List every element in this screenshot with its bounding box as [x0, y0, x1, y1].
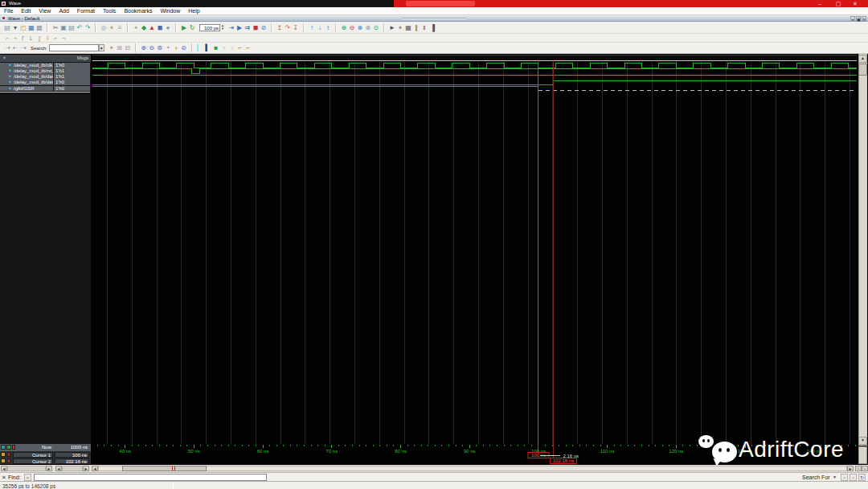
zoom-in-tool-icon[interactable]: ⊕	[140, 43, 148, 52]
lock-cursor-icon[interactable]: ■	[212, 43, 220, 52]
mdi-grip[interactable]	[402, 18, 466, 19]
new-dropdown-icon[interactable]: ▾	[11, 23, 19, 32]
step-icon[interactable]: ↥	[276, 23, 284, 32]
redo-icon[interactable]: ↷	[84, 23, 92, 32]
step-over-icon[interactable]: ↷	[284, 23, 292, 32]
cursor-lock-icon[interactable]	[1, 452, 6, 457]
cursor-row[interactable]: Cursor 2102.16 ns	[0, 458, 91, 464]
lock-all-icon[interactable]	[6, 445, 11, 450]
scroll-down-icon[interactable]: ▼	[858, 437, 867, 445]
reload-icon[interactable]: ◎	[100, 23, 108, 32]
print-icon[interactable]: ▩	[35, 23, 43, 32]
search-options-icon[interactable]: ⊞	[116, 43, 124, 52]
titlebar[interactable]: Wave – ▢ ✕	[0, 0, 868, 7]
delete-wave-icon[interactable]: ▲	[148, 23, 156, 32]
zoom-full-icon[interactable]: ⊕	[356, 23, 364, 32]
continue-run-icon[interactable]: ▶	[235, 23, 244, 32]
zoom-out-tool-icon[interactable]: ⊖	[148, 43, 156, 52]
leaf-view-icon[interactable]: ▐	[428, 23, 436, 32]
mdi-button-1[interactable]: ▣	[856, 16, 861, 21]
search-for-caret-icon[interactable]: ▼	[833, 475, 837, 479]
wave-scroll-left-icon[interactable]: ◄	[92, 466, 98, 471]
menu-edit[interactable]: Edit	[17, 7, 35, 14]
menu-file[interactable]: File	[0, 7, 17, 14]
mode-icon[interactable]: ●	[164, 23, 172, 32]
vertical-scrollbar[interactable]	[858, 54, 867, 446]
run-all-icon[interactable]: ⇉	[244, 23, 252, 32]
menu-bookmarks[interactable]: Bookmarks	[120, 7, 156, 14]
break-icon[interactable]: ◼	[252, 23, 260, 32]
cursor-marker-icon[interactable]	[7, 458, 10, 463]
toolbar-search-input[interactable]	[49, 44, 99, 51]
cut-icon[interactable]: ✂	[51, 23, 59, 32]
names-scrollbar[interactable]	[7, 466, 46, 471]
menu-window[interactable]: Window	[156, 7, 184, 14]
select-all-icon[interactable]	[1, 445, 6, 450]
wave-edit-paste-icon[interactable]: ¬	[11, 35, 19, 42]
edge-search-icon[interactable]: ↕	[324, 23, 332, 32]
cursor-time-value[interactable]: 100 ns	[55, 452, 89, 458]
minimize-button[interactable]: –	[815, 1, 825, 6]
waveform-area[interactable]	[92, 55, 857, 465]
close-button[interactable]: ✕	[850, 1, 860, 6]
values-scroll-right-icon[interactable]: ►	[83, 466, 89, 471]
signal-row[interactable]: ✦/delay_mod_tb/dat_i1'h1	[0, 74, 91, 80]
placeholder-b-icon[interactable]: ▫	[228, 43, 236, 52]
menu-format[interactable]: Format	[73, 7, 99, 14]
zoom-in-icon[interactable]: ⊕	[340, 23, 348, 32]
next-edge-icon[interactable]: ⌐	[244, 43, 252, 52]
maximize-button[interactable]: ▢	[833, 1, 843, 6]
simulate-icon[interactable]: ▶	[180, 23, 188, 32]
signal-row[interactable]: ✦/delay_mod_tb/clk1'h0	[0, 63, 91, 68]
wave-edit-insert-icon[interactable]: ⌐	[51, 35, 59, 42]
run-icon[interactable]: ⇥	[227, 23, 235, 32]
back-icon[interactable]: ⇠	[11, 43, 19, 52]
scroll-corner-b-icon[interactable]: ▫	[862, 466, 868, 471]
find-close-icon[interactable]: ✕	[2, 475, 6, 480]
menu-view[interactable]: View	[35, 7, 55, 14]
wave-edit-cut-icon[interactable]: ſ	[43, 35, 51, 42]
find-option-icon-0[interactable]: ▫	[841, 474, 848, 481]
search-regexp-icon[interactable]: ⊟	[124, 43, 132, 52]
cursor-row[interactable]: Cursor 1100 ns	[0, 451, 91, 458]
names-scroll-left-icon[interactable]: ◄	[1, 466, 7, 471]
scroll-up-icon[interactable]: ▲	[858, 55, 867, 63]
zoom-last-icon[interactable]: ◔	[164, 43, 172, 52]
zoom-mode-icon[interactable]: ⊗	[364, 23, 372, 32]
step-out-icon[interactable]: ↧	[292, 23, 300, 32]
zoom-range-icon[interactable]: ⊙	[372, 23, 380, 32]
wave-scrollbar-thumb[interactable]	[122, 466, 207, 471]
values-scrollbar[interactable]	[62, 466, 83, 471]
names-scroll-right-icon[interactable]: ►	[46, 466, 52, 471]
find-option-icon-2[interactable]: ↻	[858, 474, 866, 481]
wave-scroll-right-icon[interactable]: ►	[847, 466, 854, 471]
signal-row[interactable]: ✦/delay_mod_tb/dat_o1'h0	[0, 80, 91, 85]
vertical-scrollbar-thumb[interactable]	[858, 64, 867, 76]
menu-add[interactable]: Add	[55, 7, 72, 14]
find-input[interactable]	[34, 474, 267, 481]
paste-icon[interactable]: ▤	[68, 23, 76, 32]
search-binoculars-icon[interactable]: ⌖	[108, 43, 116, 52]
signal-row[interactable]: ✦/delay_mod_tb/rst_n1'h1	[0, 68, 91, 74]
select-mode-icon[interactable]: ►	[388, 23, 396, 32]
wave-edit-cursor-icon[interactable]: ⌐	[3, 35, 11, 42]
cursor-name[interactable]: Cursor 2	[13, 458, 53, 464]
new-file-icon[interactable]: ▤	[3, 23, 11, 32]
next-transition-icon[interactable]: ↓	[316, 23, 324, 32]
prev-transition-icon[interactable]: ↑	[308, 23, 316, 32]
zoom-fit-icon[interactable]: ⊚	[156, 43, 164, 52]
zoom-cursor-icon[interactable]: ⌖	[396, 23, 404, 32]
open-icon[interactable]: ◰	[19, 23, 27, 32]
signal-row[interactable]: ✦/glbl/GSR1'h0	[0, 86, 91, 92]
run-length-input[interactable]: 100 ps	[199, 24, 220, 31]
zoom-out-icon[interactable]: ⊖	[348, 23, 356, 32]
filter-icon[interactable]: ≡	[116, 23, 124, 32]
find-binoculars-icon[interactable]: ⌖	[24, 474, 31, 481]
delete-cursor-icon[interactable]: ▍	[204, 43, 212, 52]
grid-icon[interactable]: ▦	[404, 23, 412, 32]
insert-blank-icon[interactable]: ◼	[156, 23, 164, 32]
mdi-button-0[interactable]: +	[850, 16, 855, 21]
mdi-tab-bar[interactable]: Wave - Default +▣✕	[0, 15, 868, 22]
menu-help[interactable]: Help	[184, 7, 203, 14]
scroll-corner-a-icon[interactable]: ▫	[855, 466, 862, 471]
